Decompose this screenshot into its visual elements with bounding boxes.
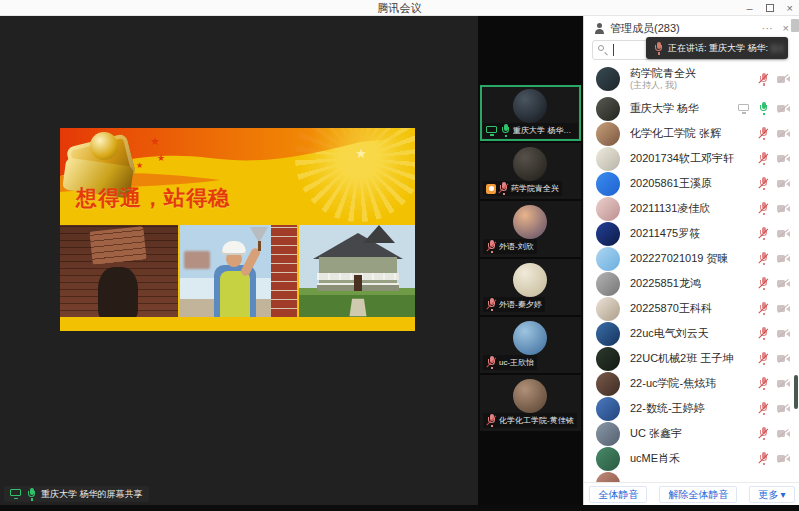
mic-muted-icon[interactable] xyxy=(486,298,497,311)
camera-off-icon[interactable] xyxy=(777,454,790,463)
members-icon xyxy=(594,23,605,34)
maximize-button[interactable] xyxy=(766,4,774,12)
mic-on-icon[interactable] xyxy=(500,124,511,137)
member-row[interactable]: 20211131凌佳欣 xyxy=(584,196,799,221)
video-thumbnail[interactable]: 外语-秦夕婷 xyxy=(480,259,581,315)
member-text: ucME肖禾 xyxy=(630,452,752,465)
thumbnail-label: uc-王欣怡 xyxy=(483,355,537,370)
member-row[interactable]: 22-uc学院-焦炫玮 xyxy=(584,371,799,396)
member-avatar xyxy=(596,322,620,346)
mic-muted-icon[interactable] xyxy=(758,202,769,215)
mic-muted-icon[interactable] xyxy=(758,252,769,265)
member-row[interactable]: ucME肖禾 xyxy=(584,446,799,471)
member-row[interactable]: 药学院青全兴(主持人, 我) xyxy=(584,62,799,96)
window-title-bar: 腾讯会议 – × xyxy=(0,0,799,16)
member-controls xyxy=(758,427,790,440)
video-thumbnail[interactable]: 外语-刘欣 xyxy=(480,201,581,257)
camera-off-icon[interactable] xyxy=(777,354,790,363)
member-row[interactable]: 22UC机械2班 王子坤 xyxy=(584,346,799,371)
mic-muted-icon[interactable] xyxy=(486,240,497,253)
camera-off-icon[interactable] xyxy=(777,304,790,313)
slide-title: 想得通，站得稳 xyxy=(76,184,230,212)
panel-close-icon[interactable]: × xyxy=(783,22,789,34)
mic-muted-icon[interactable] xyxy=(758,402,769,415)
screen-share-status-text: 重庆大学 杨华的屏幕共享 xyxy=(41,488,143,501)
shared-screen-stage: ★ ★ ★ ★ 想得通，站得稳 xyxy=(0,16,478,511)
minimize-button[interactable]: – xyxy=(746,3,752,14)
mic-muted-icon[interactable] xyxy=(758,277,769,290)
mic-muted-icon[interactable] xyxy=(758,352,769,365)
member-avatar xyxy=(596,122,620,146)
member-controls xyxy=(758,452,790,465)
video-thumbnail[interactable]: uc-王欣怡 xyxy=(480,317,581,373)
camera-off-icon[interactable] xyxy=(777,179,790,188)
mic-muted-icon[interactable] xyxy=(486,356,497,369)
video-thumbnail[interactable]: 重庆大学 杨华的屏幕... xyxy=(480,85,581,141)
thumbnail-label: 外语-秦夕婷 xyxy=(483,297,545,312)
mic-muted-icon[interactable] xyxy=(758,227,769,240)
mic-on-icon[interactable] xyxy=(758,102,769,115)
camera-off-icon[interactable] xyxy=(777,75,790,84)
member-row[interactable]: 22-数统-王婷婷 xyxy=(584,396,799,421)
screen-share-icon xyxy=(10,489,22,499)
member-row[interactable]: 重庆大学 杨华 xyxy=(584,96,799,121)
window-close-button[interactable]: × xyxy=(787,3,793,14)
member-name: 20201734软工邓宇轩 xyxy=(630,152,752,165)
mic-muted-icon[interactable] xyxy=(758,327,769,340)
member-row[interactable]: 20201734软工邓宇轩 xyxy=(584,146,799,171)
member-list-scrollbar[interactable] xyxy=(794,375,798,409)
video-thumbnail[interactable]: 药学院青全兴 xyxy=(480,143,581,199)
member-avatar xyxy=(596,472,620,483)
video-thumbnail[interactable]: 化学化工学院-黄佳铱 xyxy=(480,375,581,431)
member-row[interactable]: 20225851龙鸿 xyxy=(584,271,799,296)
mic-muted-icon[interactable] xyxy=(758,452,769,465)
panel-collapse-handle[interactable] xyxy=(791,19,799,32)
mute-all-button[interactable]: 全体静音 xyxy=(589,486,647,503)
camera-off-icon[interactable] xyxy=(777,379,790,388)
member-row[interactable] xyxy=(584,471,799,482)
more-button[interactable]: 更多▾ xyxy=(749,486,794,503)
member-avatar xyxy=(596,247,620,271)
camera-off-icon[interactable] xyxy=(777,279,790,288)
camera-off-icon[interactable] xyxy=(777,229,790,238)
member-row[interactable]: 20211475罗筱 xyxy=(584,221,799,246)
slide-photo-bricklaying xyxy=(60,225,178,317)
speaking-toast: 正在讲话: 重庆大学 杨华: xyxy=(646,37,788,59)
member-row[interactable]: 202227021019 贺暕 xyxy=(584,246,799,271)
member-controls xyxy=(758,402,790,415)
participant-name: 化学化工学院-黄佳铱 xyxy=(499,415,574,426)
member-row[interactable]: 化学化工学院 张辉 xyxy=(584,121,799,146)
mic-muted-icon[interactable] xyxy=(758,377,769,390)
camera-off-icon[interactable] xyxy=(777,429,790,438)
camera-off-icon[interactable] xyxy=(777,254,790,263)
camera-off-icon[interactable] xyxy=(777,404,790,413)
camera-off-icon[interactable] xyxy=(777,154,790,163)
unmute-all-button[interactable]: 解除全体静音 xyxy=(659,486,737,503)
mic-muted-icon[interactable] xyxy=(758,177,769,190)
thumbnail-strip[interactable]: 重庆大学 杨华的屏幕...药学院青全兴外语-刘欣外语-秦夕婷uc-王欣怡化学化工… xyxy=(478,16,583,511)
camera-off-icon[interactable] xyxy=(777,104,790,113)
member-controls xyxy=(758,127,790,140)
presentation-slide: ★ ★ ★ ★ 想得通，站得稳 xyxy=(60,128,415,331)
panel-more-icon[interactable]: ··· xyxy=(762,22,773,34)
member-name: 药学院青全兴 xyxy=(630,67,752,80)
member-row[interactable]: 22uc电气刘云天 xyxy=(584,321,799,346)
camera-off-icon[interactable] xyxy=(777,204,790,213)
member-row[interactable]: UC 张鑫宇 xyxy=(584,421,799,446)
mic-muted-icon[interactable] xyxy=(486,414,497,427)
camera-off-icon[interactable] xyxy=(777,329,790,338)
thumbnail-label: 重庆大学 杨华的屏幕... xyxy=(483,123,578,138)
member-row[interactable]: 20225870王科科 xyxy=(584,296,799,321)
camera-off-icon[interactable] xyxy=(777,129,790,138)
member-row[interactable]: 20205861王溪原 xyxy=(584,171,799,196)
member-name: 重庆大学 杨华 xyxy=(630,102,732,115)
mic-muted-icon[interactable] xyxy=(758,73,769,86)
mic-muted-icon[interactable] xyxy=(758,302,769,315)
member-controls xyxy=(738,102,790,115)
member-text: 202227021019 贺暕 xyxy=(630,252,752,265)
mic-muted-icon[interactable] xyxy=(758,152,769,165)
mic-muted-icon[interactable] xyxy=(498,182,509,195)
member-avatar xyxy=(596,272,620,296)
mic-muted-icon[interactable] xyxy=(758,427,769,440)
mic-muted-icon[interactable] xyxy=(758,127,769,140)
